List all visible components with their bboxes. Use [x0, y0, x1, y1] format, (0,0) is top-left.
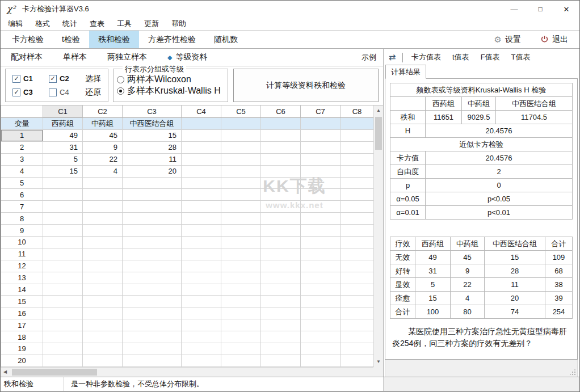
grid-cell[interactable]: 31	[43, 142, 83, 154]
grid-cell[interactable]	[182, 296, 221, 307]
grid-cell[interactable]	[123, 296, 182, 307]
grid-cell[interactable]	[43, 296, 83, 307]
grid-cell[interactable]	[182, 343, 221, 355]
row-header[interactable]: 8	[1, 213, 43, 225]
exit-button[interactable]: 退出	[540, 35, 568, 45]
grid-cell[interactable]: 中药组	[83, 118, 123, 130]
grid-cell[interactable]	[221, 237, 261, 248]
grid-cell[interactable]	[83, 331, 123, 343]
tab-results[interactable]: 计算结果	[385, 65, 426, 79]
grid-cell[interactable]	[341, 201, 373, 213]
grid-cell[interactable]	[301, 272, 341, 284]
grid-cell[interactable]	[221, 225, 261, 237]
row-header[interactable]: 10	[1, 237, 43, 248]
grid-cell[interactable]	[341, 118, 373, 130]
column-header[interactable]: C5	[221, 106, 261, 118]
grid-cell[interactable]	[83, 201, 123, 213]
grid-cell[interactable]	[221, 213, 261, 225]
row-header[interactable]: 13	[1, 272, 43, 284]
grid-cell[interactable]	[341, 142, 373, 154]
grid-cell[interactable]	[123, 307, 182, 319]
row-header[interactable]: 19	[1, 343, 43, 355]
grid-cell[interactable]: 20	[123, 166, 182, 178]
grid-cell[interactable]	[341, 355, 373, 367]
grid-cell[interactable]	[83, 355, 123, 367]
grid-cell[interactable]	[261, 178, 301, 189]
grid-cell[interactable]	[182, 319, 221, 331]
grid-cell[interactable]	[83, 225, 123, 237]
grid-cell[interactable]	[341, 237, 373, 248]
column-header[interactable]: C3	[123, 106, 182, 118]
row-header[interactable]: 17	[1, 319, 43, 331]
grid-cell[interactable]	[43, 225, 83, 237]
grid-cell[interactable]	[182, 355, 221, 367]
grid-cell[interactable]	[83, 284, 123, 296]
grid-cell[interactable]	[123, 225, 182, 237]
grid-cell[interactable]	[341, 213, 373, 225]
grid-cell[interactable]	[123, 331, 182, 343]
sub-tab[interactable]: 配对样本	[11, 52, 43, 62]
checkbox-C2[interactable]: ✓C2	[49, 74, 85, 84]
grid-cell[interactable]	[221, 272, 261, 284]
row-header[interactable]: 20	[1, 355, 43, 367]
grid-cell[interactable]	[341, 178, 373, 189]
grid-cell[interactable]	[261, 296, 301, 307]
grid-cell[interactable]	[182, 248, 221, 260]
grid-cell[interactable]	[182, 142, 221, 154]
grid-cell[interactable]	[261, 355, 301, 367]
row-header[interactable]: 1	[1, 130, 43, 142]
grid-cell[interactable]	[43, 284, 83, 296]
sub-tab[interactable]: ◆等级资料	[167, 52, 207, 62]
grid-cell[interactable]	[43, 237, 83, 248]
grid-cell[interactable]	[341, 130, 373, 142]
grid-cell[interactable]	[261, 201, 301, 213]
row-header[interactable]: 5	[1, 178, 43, 189]
grid-cell[interactable]	[221, 319, 261, 331]
row-header[interactable]: 11	[1, 248, 43, 260]
swap-panel-icon[interactable]: ⇄	[385, 52, 400, 62]
grid-cell[interactable]	[301, 343, 341, 355]
row-header[interactable]: 变量	[1, 118, 43, 130]
grid-cell[interactable]	[261, 319, 301, 331]
grid-cell[interactable]	[221, 260, 261, 272]
grid-cell[interactable]	[261, 225, 301, 237]
grid-cell[interactable]	[83, 343, 123, 355]
grid-cell[interactable]	[261, 260, 301, 272]
grid-cell[interactable]	[301, 331, 341, 343]
horizontal-scrollbar[interactable]: ◀	[1, 367, 373, 377]
vertical-scrollbar[interactable]: ▲ ▼	[373, 106, 383, 367]
grid-cell[interactable]	[43, 248, 83, 260]
grid-cell[interactable]	[123, 248, 182, 260]
grid-cell[interactable]	[182, 154, 221, 166]
grid-cell[interactable]	[261, 213, 301, 225]
grid-cell[interactable]	[43, 272, 83, 284]
grid-cell[interactable]	[221, 343, 261, 355]
row-header[interactable]: 7	[1, 201, 43, 213]
grid-cell[interactable]	[301, 296, 341, 307]
grid-cell[interactable]	[182, 213, 221, 225]
grid-cell[interactable]	[261, 307, 301, 319]
grid-cell[interactable]	[221, 284, 261, 296]
row-header[interactable]: 15	[1, 296, 43, 307]
grid-cell[interactable]	[341, 189, 373, 201]
grid-cell[interactable]	[182, 237, 221, 248]
select-button[interactable]: 选择	[85, 74, 108, 84]
minimize-icon[interactable]: —	[501, 1, 527, 18]
scroll-left-icon[interactable]: ◀	[3, 370, 7, 374]
grid-cell[interactable]	[301, 142, 341, 154]
grid-cell[interactable]	[43, 178, 83, 189]
grid-cell[interactable]	[83, 178, 123, 189]
grid-cell[interactable]	[182, 284, 221, 296]
grid-cell[interactable]	[261, 237, 301, 248]
row-header[interactable]: 6	[1, 189, 43, 201]
row-header[interactable]: 4	[1, 166, 43, 178]
grid-cell[interactable]	[123, 213, 182, 225]
grid-cell[interactable]	[123, 343, 182, 355]
grid-cell[interactable]	[341, 296, 373, 307]
grid-cell[interactable]	[43, 355, 83, 367]
scroll-down-icon[interactable]: ▼	[376, 360, 381, 364]
grid-cell[interactable]	[123, 319, 182, 331]
column-header[interactable]: C1	[43, 106, 83, 118]
main-tab[interactable]: 秩和检验	[89, 31, 139, 48]
column-header[interactable]	[1, 106, 43, 118]
